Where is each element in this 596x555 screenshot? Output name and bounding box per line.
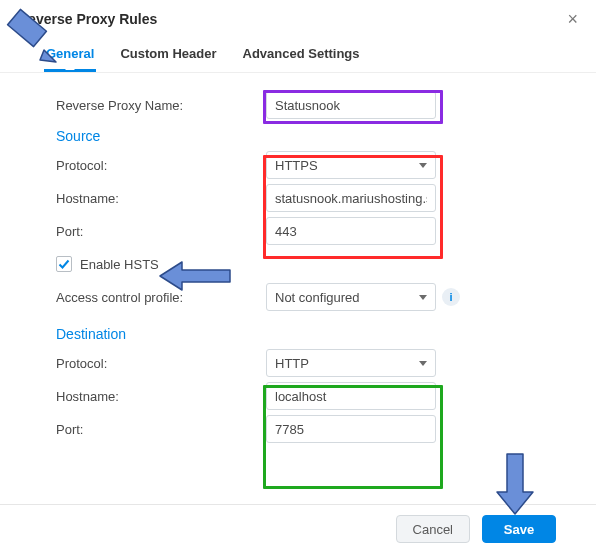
section-destination: Destination (56, 326, 556, 342)
input-source-port[interactable] (266, 217, 436, 245)
chevron-down-icon (419, 295, 427, 300)
row-source-protocol: Protocol: HTTPS (56, 150, 556, 180)
select-dest-protocol[interactable]: HTTP (266, 349, 436, 377)
input-dest-hostname[interactable] (266, 382, 436, 410)
label-dest-protocol: Protocol: (56, 356, 266, 371)
input-source-hostname[interactable] (266, 184, 436, 212)
cancel-button[interactable]: Cancel (396, 515, 470, 543)
label-enable-hsts: Enable HSTS (80, 257, 159, 272)
input-dest-port[interactable] (266, 415, 436, 443)
tab-custom-header[interactable]: Custom Header (118, 38, 218, 72)
select-access-control-value: Not configured (275, 290, 360, 305)
select-source-protocol[interactable]: HTTPS (266, 151, 436, 179)
label-dest-hostname: Hostname: (56, 389, 266, 404)
info-icon[interactable]: i (442, 288, 460, 306)
row-dest-protocol: Protocol: HTTP (56, 348, 556, 378)
row-source-port: Port: (56, 216, 556, 246)
save-button[interactable]: Save (482, 515, 556, 543)
label-source-protocol: Protocol: (56, 158, 266, 173)
checkbox-enable-hsts[interactable] (56, 256, 72, 272)
select-access-control[interactable]: Not configured (266, 283, 436, 311)
select-dest-protocol-value: HTTP (275, 356, 309, 371)
label-dest-port: Port: (56, 422, 266, 437)
label-reverse-proxy-name: Reverse Proxy Name: (56, 98, 266, 113)
tab-advanced-settings[interactable]: Advanced Settings (241, 38, 362, 72)
row-dest-hostname: Hostname: (56, 381, 556, 411)
form-body: Reverse Proxy Name: Source Protocol: HTT… (0, 73, 596, 444)
tab-bar: General Custom Header Advanced Settings (0, 34, 596, 73)
title-bar: Reverse Proxy Rules × (0, 0, 596, 34)
chevron-down-icon (419, 361, 427, 366)
check-icon (58, 258, 70, 270)
row-access-control: Access control profile: Not configured i (56, 282, 556, 312)
label-source-port: Port: (56, 224, 266, 239)
close-icon[interactable]: × (567, 10, 578, 28)
section-source: Source (56, 128, 556, 144)
label-source-hostname: Hostname: (56, 191, 266, 206)
tab-general[interactable]: General (44, 38, 96, 72)
dialog-window: Reverse Proxy Rules × General Custom Hea… (0, 0, 596, 555)
select-source-protocol-value: HTTPS (275, 158, 318, 173)
row-dest-port: Port: (56, 414, 556, 444)
chevron-down-icon (419, 163, 427, 168)
row-enable-hsts: Enable HSTS (56, 249, 556, 279)
input-reverse-proxy-name[interactable] (266, 91, 436, 119)
dialog-title: Reverse Proxy Rules (18, 11, 157, 27)
dialog-footer: Cancel Save (0, 504, 596, 555)
row-source-hostname: Hostname: (56, 183, 556, 213)
label-access-control: Access control profile: (56, 290, 266, 305)
row-reverse-proxy-name: Reverse Proxy Name: (56, 90, 556, 120)
